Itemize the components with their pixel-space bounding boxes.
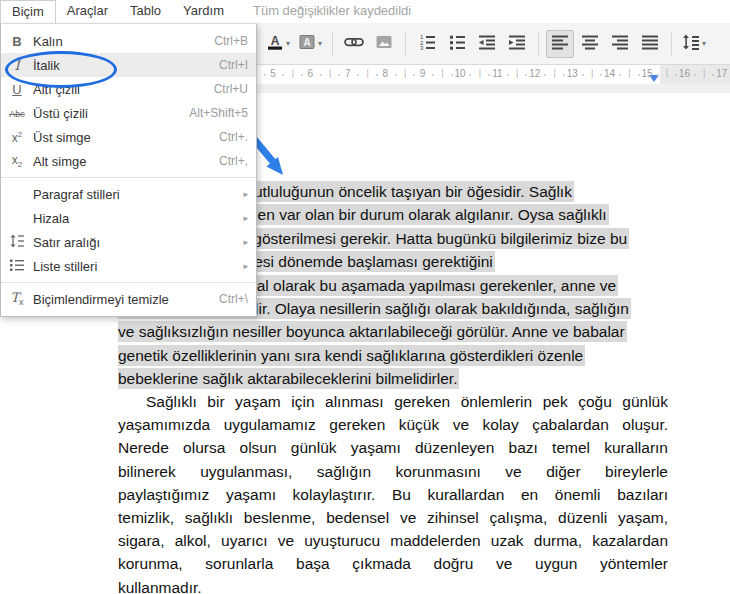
- menu-item-shortcut: Ctrl+,: [219, 154, 248, 168]
- ruler-number: 15: [641, 68, 652, 79]
- text-line[interactable]: yaşamımızda uygulamamız gereken küçük ve…: [118, 413, 668, 436]
- text-line[interactable]: korunma, sorunlarla başa çıkmada doğru v…: [118, 552, 668, 575]
- document-paragraph[interactable]: Sağlıklı bir yaşam için alınması gereken…: [118, 390, 668, 594]
- menu-item-label: Hizala: [33, 211, 238, 226]
- list-styles-icon: [1, 258, 33, 275]
- italic-circle-annotation: [5, 51, 117, 88]
- ruler-number: 17: [716, 68, 727, 79]
- ruler-tick: |: [666, 68, 668, 78]
- align-center-icon: [581, 33, 599, 55]
- insert-image-button[interactable]: [370, 30, 398, 58]
- increase-indent-button[interactable]: [503, 30, 531, 58]
- ruler-tick: [432, 74, 434, 76]
- align-center-button[interactable]: [576, 30, 604, 58]
- align-left-button[interactable]: [546, 30, 574, 58]
- text-line[interactable]: genetik özelliklerinin yanı sıra kendi s…: [118, 344, 670, 367]
- numbered-list-icon: 123: [418, 33, 436, 55]
- google-docs-window: BiçimAraçlarTabloYardımTüm değişiklikler…: [0, 0, 730, 594]
- ruler-tick: |: [329, 68, 331, 78]
- decrease-indent-button[interactable]: [473, 30, 501, 58]
- format-menu-item-alt-simge[interactable]: x2Alt simgeCtrl+,: [1, 149, 256, 173]
- submenu-arrow-icon: ▸: [238, 261, 248, 271]
- submenu-arrow-icon: ▸: [238, 213, 248, 223]
- menubar: BiçimAraçlarTabloYardımTüm değişiklikler…: [0, 0, 730, 24]
- menu-item-label: Satır aralığı: [33, 235, 238, 250]
- dropdown-caret-icon: ▾: [702, 39, 706, 48]
- highlight-color-icon: A: [298, 33, 316, 55]
- ruler-tick: |: [404, 68, 406, 78]
- text-line[interactable]: Nerede olursa olsun günlük yaşamı düzenl…: [118, 436, 668, 459]
- text-line[interactable]: bilinerek uygulanması, sağlığın korunmas…: [118, 460, 668, 483]
- menu-item-shortcut: Ctrl+I: [219, 58, 248, 72]
- numbered-list-button[interactable]: 123: [413, 30, 441, 58]
- format-menu-item-üst-simge[interactable]: x2Üst simgeCtrl+.: [1, 125, 256, 149]
- menubar-item-biçim[interactable]: Biçim: [0, 0, 56, 23]
- insert-link-icon: [344, 33, 364, 55]
- ruler-tick: |: [591, 68, 593, 78]
- ruler-tick: [563, 74, 565, 76]
- text-line[interactable]: ve sağlıksızlığın nesiller boyunca aktar…: [118, 320, 670, 343]
- menu-item-label: Kalın: [33, 34, 214, 49]
- align-left-icon: [551, 33, 569, 55]
- format-menu-item-biçimlendirmeyi-temizle[interactable]: TxBiçimlendirmeyi temizleCtrl+\: [1, 287, 256, 311]
- ruler-tick: [525, 74, 527, 76]
- insert-link-button[interactable]: [340, 30, 368, 58]
- text-line[interactable]: Sağlıklı bir yaşam için alınması gereken…: [118, 390, 668, 413]
- decrease-indent-icon: [478, 33, 496, 55]
- line-spacing-button[interactable]: ▾: [679, 30, 709, 58]
- ruler-tick: [619, 74, 621, 76]
- format-menu-item-paragraf-stilleri[interactable]: Paragraf stilleri▸: [1, 182, 256, 206]
- ruler-tick: [320, 74, 322, 76]
- ruler-tick: |: [554, 68, 556, 78]
- text-color-button[interactable]: A▾: [263, 30, 293, 58]
- bulleted-list-button[interactable]: [443, 30, 471, 58]
- align-justify-icon: [641, 33, 659, 55]
- menu-item-shortcut: Ctrl+B: [214, 34, 248, 48]
- format-menu-item-kalın[interactable]: BKalınCtrl+B: [1, 29, 256, 53]
- menubar-item-tablo[interactable]: Tablo: [119, 0, 172, 23]
- ruler-tick: [694, 74, 696, 76]
- ruler-tick: [638, 74, 640, 76]
- format-menu-item-satır-aralığı[interactable]: Satır aralığı▸: [1, 230, 256, 254]
- ruler-tick: |: [703, 68, 705, 78]
- format-menu-item-hizala[interactable]: Hizala▸: [1, 206, 256, 230]
- ruler-tick: |: [479, 68, 481, 78]
- ruler-tick: [413, 74, 415, 76]
- svg-text:3: 3: [420, 45, 424, 51]
- ruler-number: 14: [604, 68, 615, 79]
- ruler-number: 10: [454, 68, 465, 79]
- menubar-item-yardım[interactable]: Yardım: [172, 0, 235, 23]
- menu-item-label: Biçimlendirmeyi temizle: [33, 292, 219, 307]
- highlight-color-button[interactable]: A▾: [295, 30, 325, 58]
- align-right-button[interactable]: [606, 30, 634, 58]
- ruler-tick: [264, 74, 266, 76]
- ruler-number: 13: [567, 68, 578, 79]
- ruler-tick: [544, 74, 546, 76]
- menubar-item-araçlar[interactable]: Araçlar: [56, 0, 119, 23]
- menu-item-shortcut: Ctrl+.: [219, 130, 248, 144]
- toolbar-divider: [332, 33, 333, 55]
- menu-item-shortcut: Ctrl+U: [214, 82, 248, 96]
- svg-text:A: A: [271, 34, 280, 48]
- line-spacing-icon: [682, 33, 700, 55]
- text-line[interactable]: sigara, alkol, uyarıcı ve uyuşturucu mad…: [118, 529, 668, 552]
- dropdown-caret-icon: ▾: [286, 39, 290, 48]
- text-line[interactable]: paylaştığımız yaşamı kolaylaştırır. Bu k…: [118, 483, 668, 506]
- ruler-tick: [376, 74, 378, 76]
- format-menu-item-liste-stilleri[interactable]: Liste stilleri▸: [1, 254, 256, 278]
- align-justify-button[interactable]: [636, 30, 664, 58]
- menu-item-label: Paragraf stilleri: [33, 187, 238, 202]
- text-color-icon: A: [266, 33, 284, 55]
- menu-item-label: Üst simge: [33, 130, 219, 145]
- increase-indent-icon: [508, 33, 526, 55]
- text-line[interactable]: bebeklerine sağlık aktarabileceklerini b…: [118, 367, 670, 390]
- text-line[interactable]: kullanmadır.: [118, 576, 668, 594]
- line-spacing-icon: [1, 234, 33, 251]
- format-menu-item-üstü-çizili[interactable]: AbcÜstü çiziliAlt+Shift+5: [1, 101, 256, 125]
- menu-item-shortcut: Ctrl+\: [219, 292, 248, 306]
- clear-formatting-icon: Tx: [1, 290, 33, 307]
- bold-icon: B: [1, 34, 33, 49]
- text-line[interactable]: temizlik, sağlıklı beslenme, bedensel ve…: [118, 506, 668, 529]
- superscript-icon: x2: [1, 130, 33, 145]
- menu-divider: [1, 282, 256, 283]
